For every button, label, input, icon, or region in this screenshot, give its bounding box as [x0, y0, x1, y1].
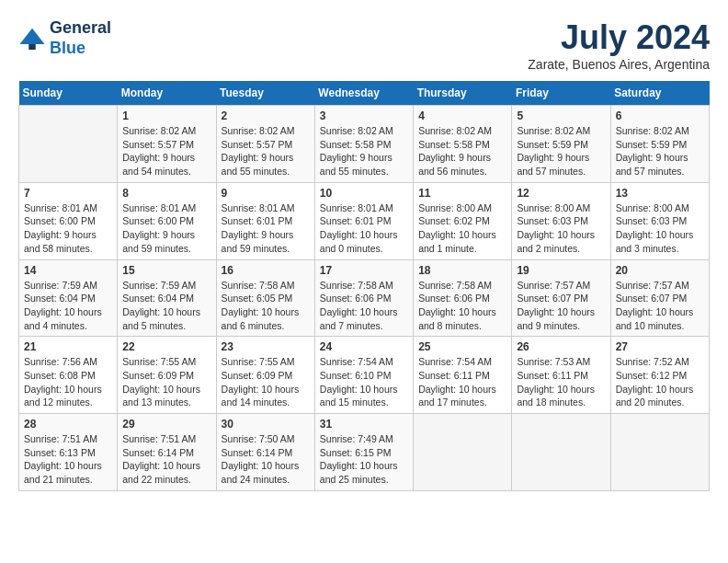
calendar-cell: 31Sunrise: 7:49 AM Sunset: 6:15 PM Dayli… — [314, 414, 413, 491]
day-of-week-header: Saturday — [610, 81, 709, 106]
day-info: Sunrise: 7:56 AM Sunset: 6:08 PM Dayligh… — [24, 355, 112, 409]
day-number: 9 — [222, 187, 310, 200]
calendar-cell: 16Sunrise: 7:58 AM Sunset: 6:05 PM Dayli… — [216, 259, 314, 337]
calendar-cell: 10Sunrise: 8:01 AM Sunset: 6:01 PM Dayli… — [314, 182, 413, 259]
day-number: 2 — [222, 109, 310, 122]
day-number: 30 — [222, 418, 310, 431]
location: Zarate, Buenos Aires, Argentina — [528, 57, 710, 72]
day-number: 27 — [616, 340, 704, 353]
day-info: Sunrise: 8:02 AM Sunset: 5:58 PM Dayligh… — [418, 124, 506, 178]
day-info: Sunrise: 8:00 AM Sunset: 6:03 PM Dayligh… — [616, 201, 704, 256]
day-info: Sunrise: 8:02 AM Sunset: 5:57 PM Dayligh… — [222, 124, 310, 178]
day-number: 13 — [616, 187, 704, 200]
logo: General Blue — [18, 18, 111, 58]
day-number: 19 — [517, 264, 605, 277]
day-number: 15 — [122, 264, 210, 277]
day-number: 25 — [418, 340, 506, 353]
calendar-cell: 12Sunrise: 8:00 AM Sunset: 6:03 PM Dayli… — [512, 182, 610, 259]
logo-text: General Blue — [50, 18, 111, 58]
day-number: 20 — [616, 264, 704, 277]
day-info: Sunrise: 8:01 AM Sunset: 6:01 PM Dayligh… — [222, 201, 310, 256]
calendar-cell: 7Sunrise: 8:01 AM Sunset: 6:00 PM Daylig… — [19, 182, 118, 259]
day-number: 6 — [616, 109, 704, 122]
day-info: Sunrise: 7:52 AM Sunset: 6:12 PM Dayligh… — [616, 355, 704, 409]
calendar-cell: 24Sunrise: 7:54 AM Sunset: 6:10 PM Dayli… — [314, 337, 413, 414]
day-number: 7 — [24, 187, 112, 200]
day-number: 31 — [320, 418, 408, 431]
month-title: July 2024 — [528, 18, 710, 57]
calendar-cell: 5Sunrise: 8:02 AM Sunset: 5:59 PM Daylig… — [512, 106, 610, 183]
day-info: Sunrise: 7:50 AM Sunset: 6:14 PM Dayligh… — [222, 432, 310, 487]
calendar-cell — [414, 414, 512, 491]
calendar-week-row: 14Sunrise: 7:59 AM Sunset: 6:04 PM Dayli… — [19, 259, 710, 337]
calendar-cell: 11Sunrise: 8:00 AM Sunset: 6:02 PM Dayli… — [414, 182, 512, 259]
calendar-cell: 18Sunrise: 7:58 AM Sunset: 6:06 PM Dayli… — [414, 259, 512, 337]
calendar-cell: 28Sunrise: 7:51 AM Sunset: 6:13 PM Dayli… — [19, 414, 118, 491]
calendar-cell: 17Sunrise: 7:58 AM Sunset: 6:06 PM Dayli… — [314, 259, 413, 337]
day-info: Sunrise: 8:02 AM Sunset: 5:58 PM Dayligh… — [320, 124, 408, 178]
calendar-cell — [610, 414, 709, 491]
day-info: Sunrise: 8:01 AM Sunset: 6:00 PM Dayligh… — [122, 201, 210, 256]
day-number: 8 — [122, 187, 210, 200]
day-info: Sunrise: 7:58 AM Sunset: 6:06 PM Dayligh… — [320, 279, 408, 333]
day-info: Sunrise: 7:53 AM Sunset: 6:11 PM Dayligh… — [517, 355, 605, 409]
day-number: 1 — [122, 109, 210, 122]
logo-icon — [18, 25, 46, 52]
calendar-cell: 4Sunrise: 8:02 AM Sunset: 5:58 PM Daylig… — [414, 106, 512, 183]
calendar-header-row: SundayMondayTuesdayWednesdayThursdayFrid… — [19, 81, 710, 106]
day-info: Sunrise: 8:00 AM Sunset: 6:02 PM Dayligh… — [418, 201, 506, 256]
day-number: 10 — [320, 187, 408, 200]
title-section: July 2024 Zarate, Buenos Aires, Argentin… — [528, 18, 710, 72]
day-number: 28 — [24, 418, 112, 431]
svg-rect-2 — [28, 44, 36, 50]
calendar-cell: 14Sunrise: 7:59 AM Sunset: 6:04 PM Dayli… — [19, 259, 118, 337]
calendar-cell: 25Sunrise: 7:54 AM Sunset: 6:11 PM Dayli… — [414, 337, 512, 414]
day-info: Sunrise: 7:55 AM Sunset: 6:09 PM Dayligh… — [122, 355, 210, 409]
calendar-cell: 26Sunrise: 7:53 AM Sunset: 6:11 PM Dayli… — [512, 337, 610, 414]
day-number: 18 — [418, 264, 506, 277]
day-of-week-header: Thursday — [414, 81, 512, 106]
day-info: Sunrise: 8:01 AM Sunset: 6:00 PM Dayligh… — [24, 201, 112, 256]
day-number: 24 — [320, 340, 408, 353]
day-number: 26 — [517, 340, 605, 353]
day-number: 16 — [222, 264, 310, 277]
day-of-week-header: Sunday — [19, 81, 118, 106]
calendar-week-row: 21Sunrise: 7:56 AM Sunset: 6:08 PM Dayli… — [19, 337, 710, 414]
calendar-week-row: 7Sunrise: 8:01 AM Sunset: 6:00 PM Daylig… — [19, 182, 710, 259]
day-number: 17 — [320, 264, 408, 277]
day-of-week-header: Friday — [512, 81, 610, 106]
day-number: 14 — [24, 264, 112, 277]
calendar-cell: 30Sunrise: 7:50 AM Sunset: 6:14 PM Dayli… — [216, 414, 314, 491]
day-info: Sunrise: 8:00 AM Sunset: 6:03 PM Dayligh… — [517, 201, 605, 256]
calendar-week-row: 28Sunrise: 7:51 AM Sunset: 6:13 PM Dayli… — [19, 414, 710, 491]
page-header: General Blue July 2024 Zarate, Buenos Ai… — [18, 18, 710, 72]
calendar-cell: 6Sunrise: 8:02 AM Sunset: 5:59 PM Daylig… — [610, 106, 709, 183]
day-number: 22 — [122, 340, 210, 353]
day-info: Sunrise: 7:54 AM Sunset: 6:10 PM Dayligh… — [320, 355, 408, 409]
day-number: 21 — [24, 340, 112, 353]
day-info: Sunrise: 7:59 AM Sunset: 6:04 PM Dayligh… — [24, 279, 112, 333]
calendar-cell — [19, 106, 118, 183]
day-info: Sunrise: 8:02 AM Sunset: 5:57 PM Dayligh… — [122, 124, 210, 178]
day-of-week-header: Monday — [118, 81, 216, 106]
calendar-cell: 15Sunrise: 7:59 AM Sunset: 6:04 PM Dayli… — [118, 259, 216, 337]
day-number: 11 — [418, 187, 506, 200]
calendar-cell — [512, 414, 610, 491]
day-info: Sunrise: 8:02 AM Sunset: 5:59 PM Dayligh… — [616, 124, 704, 178]
calendar-table: SundayMondayTuesdayWednesdayThursdayFrid… — [18, 81, 710, 491]
day-number: 4 — [418, 109, 506, 122]
calendar-cell: 27Sunrise: 7:52 AM Sunset: 6:12 PM Dayli… — [610, 337, 709, 414]
calendar-cell: 3Sunrise: 8:02 AM Sunset: 5:58 PM Daylig… — [314, 106, 413, 183]
day-info: Sunrise: 7:57 AM Sunset: 6:07 PM Dayligh… — [616, 279, 704, 333]
calendar-cell: 21Sunrise: 7:56 AM Sunset: 6:08 PM Dayli… — [19, 337, 118, 414]
day-number: 23 — [222, 340, 310, 353]
day-of-week-header: Tuesday — [216, 81, 314, 106]
day-info: Sunrise: 7:51 AM Sunset: 6:14 PM Dayligh… — [122, 432, 210, 487]
day-info: Sunrise: 8:02 AM Sunset: 5:59 PM Dayligh… — [517, 124, 605, 178]
calendar-cell: 1Sunrise: 8:02 AM Sunset: 5:57 PM Daylig… — [118, 106, 216, 183]
day-info: Sunrise: 7:58 AM Sunset: 6:05 PM Dayligh… — [222, 279, 310, 333]
day-info: Sunrise: 7:57 AM Sunset: 6:07 PM Dayligh… — [517, 279, 605, 333]
day-info: Sunrise: 7:49 AM Sunset: 6:15 PM Dayligh… — [320, 432, 408, 487]
calendar-cell: 22Sunrise: 7:55 AM Sunset: 6:09 PM Dayli… — [118, 337, 216, 414]
day-info: Sunrise: 7:55 AM Sunset: 6:09 PM Dayligh… — [222, 355, 310, 409]
